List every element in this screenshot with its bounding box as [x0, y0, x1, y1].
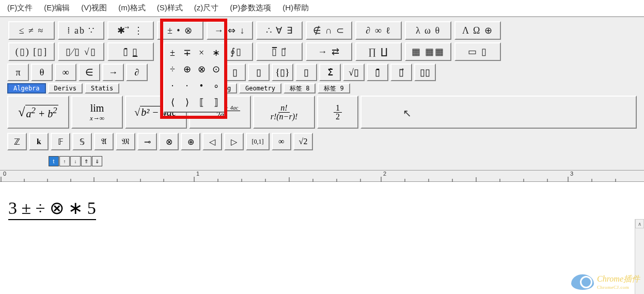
pop-odot[interactable]: ⊙ — [212, 64, 220, 74]
sym-partial[interactable]: ∂ — [126, 64, 148, 81]
palette-logic[interactable]: ∴ ∀ ∃ — [256, 21, 303, 40]
ruler[interactable]: 0 1 2 3 — [0, 171, 644, 182]
tab-derivs[interactable]: Derivs — [48, 83, 83, 94]
bsym-interval[interactable]: [0,1] — [246, 133, 270, 150]
menu-edit[interactable]: (E)编辑 — [44, 3, 70, 13]
sym-in[interactable]: ∈ — [78, 64, 100, 81]
formula-permutation[interactable]: n!r!(n−r)! — [253, 96, 315, 129]
pop-otimes[interactable]: ⊗ — [197, 64, 206, 74]
sym2-6[interactable]: ▯̄ — [367, 64, 388, 81]
sym-theta[interactable]: θ — [31, 64, 53, 81]
formula-pythagoras[interactable]: √a2 + b2 — [7, 96, 69, 129]
menu-style[interactable]: (S)样式 — [157, 3, 183, 13]
cursor-icon: ↖ — [403, 107, 412, 119]
sym-pi[interactable]: π — [7, 64, 29, 81]
menu-help[interactable]: (H)帮助 — [282, 3, 309, 13]
pop-circ[interactable]: ∘ — [212, 81, 220, 91]
template-fences[interactable]: (▯) [▯] — [8, 42, 55, 61]
bsym-a[interactable]: 𝔄 — [94, 133, 114, 150]
menu-prefs[interactable]: (P)参数选项 — [230, 3, 271, 13]
mini-2[interactable]: ↓ — [70, 156, 81, 166]
formula-half[interactable]: 12 — [317, 96, 358, 129]
menu-size[interactable]: (z)尺寸 — [194, 3, 219, 13]
sym2-2[interactable]: {▯} — [272, 64, 293, 81]
pop-ast[interactable]: ∗ — [212, 48, 220, 58]
pop-oplus[interactable]: ⊕ — [183, 64, 191, 74]
pop-bullet1[interactable]: ∙ — [183, 81, 191, 91]
sym2-0[interactable]: ▯ — [224, 64, 246, 81]
mini-4[interactable]: ⇓ — [92, 156, 102, 166]
template-fractions[interactable]: ▯⁄▯ √▯ — [58, 42, 104, 61]
template-matrices[interactable]: ▦ ▦▦ — [405, 42, 451, 61]
mini-1[interactable]: ↑ — [59, 156, 70, 166]
mini-t[interactable]: t — [49, 156, 59, 166]
bsym-tri-l[interactable]: ◁ — [202, 133, 222, 150]
bsym-sqrt2[interactable]: √2 — [293, 133, 313, 150]
bsym-otimes[interactable]: ⊗ — [159, 133, 179, 150]
formula-empty-slot[interactable]: ↖ — [360, 96, 637, 129]
sym2-8[interactable]: ▯▯ — [414, 64, 436, 81]
palette-greek-upper[interactable]: Λ Ω ⊕ — [454, 21, 501, 40]
bsym-s[interactable]: 𝕊 — [72, 133, 92, 150]
palette-vectors[interactable]: ✱ ⃗ ⋮ — [107, 21, 154, 40]
symbol-row: π θ ∞ ∈ → ∂ ▯ ▯ {▯} ▯ Σ̂ √▯ ▯̄ ▯⃗ ▯▯ — [4, 64, 640, 81]
bsym-z[interactable]: ℤ — [7, 133, 27, 150]
sym-infty[interactable]: ∞ — [55, 64, 76, 81]
tab-statis[interactable]: Statis — [85, 83, 119, 94]
sym2-5[interactable]: √▯ — [343, 64, 365, 81]
watermark-url: ChromeCJ.com — [597, 285, 640, 290]
pop-pm[interactable]: ± — [168, 48, 177, 58]
menu-format[interactable]: (m)格式 — [118, 3, 146, 13]
tab-geometry[interactable]: Geometry — [239, 83, 281, 94]
template-boxes[interactable]: ▭ ▯ — [454, 42, 501, 61]
palette-operators[interactable]: ± • ⊗ — [157, 21, 203, 40]
palette-spacing[interactable]: ⁞ ab ∵ — [58, 21, 104, 40]
sym2-4[interactable]: Σ̂ — [319, 64, 341, 81]
bottom-symbol-row: ℤ 𝐤 𝔽 𝕊 𝔄 𝔐 ⊸ ⊗ ⊕ ◁ ▷ [0,1] ∞ √2 — [4, 131, 640, 152]
editor-area[interactable]: 3 ± ÷ ⊗ ∗ 5 — [0, 182, 644, 265]
formula-limit[interactable]: limx→∞ — [71, 96, 123, 129]
bsym-k[interactable]: 𝐤 — [29, 133, 49, 150]
bsym-tri-r[interactable]: ▷ — [224, 133, 244, 150]
template-underover[interactable]: ▯̅ ▯⃗ — [256, 42, 303, 61]
palette-set[interactable]: ∉ ∩ ⊂ — [306, 21, 352, 40]
pop-llbracket[interactable]: ⟦ — [197, 97, 206, 107]
template-arrows2[interactable]: → ⇄ — [306, 42, 352, 61]
bsym-infty[interactable]: ∞ — [272, 133, 291, 150]
pop-mp[interactable]: ∓ — [183, 48, 191, 58]
menu-bar: (F)文件 (E)编辑 (V)视图 (m)格式 (S)样式 (z)尺寸 (P)参… — [0, 0, 644, 17]
sym-to[interactable]: → — [102, 64, 124, 81]
palette-relational[interactable]: ≤ ≠ ≈ — [8, 21, 55, 40]
tab-algebra[interactable]: Algebra — [7, 83, 46, 94]
snail-icon — [571, 274, 594, 290]
menu-file[interactable]: (F)文件 — [7, 3, 33, 13]
scroll-up-icon[interactable]: ∧ — [635, 219, 644, 228]
bsym-m[interactable]: 𝔐 — [116, 133, 135, 150]
pop-bullet2[interactable]: • — [197, 81, 206, 91]
pop-rrbracket[interactable]: ⟧ — [212, 97, 220, 107]
pop-cdot[interactable]: · — [168, 81, 177, 91]
bsym-f[interactable]: 𝔽 — [51, 133, 70, 150]
watermark-title: Chrome插件 — [597, 274, 640, 283]
template-bars[interactable]: ▯̄ ▯̲ — [107, 42, 154, 61]
pop-langle[interactable]: ⟨ — [168, 97, 177, 107]
palette-arrows[interactable]: → ⇔ ↓ — [207, 21, 253, 40]
tab-9[interactable]: 标签 9 — [318, 83, 350, 94]
sym2-7[interactable]: ▯⃗ — [390, 64, 412, 81]
sym2-1[interactable]: ▯ — [248, 64, 270, 81]
palette-greek-lower[interactable]: λ ω θ — [405, 21, 451, 40]
mini-3[interactable]: ⇑ — [81, 156, 91, 166]
sym2-3[interactable]: ▯ — [295, 64, 317, 81]
toolbar-area: ≤ ≠ ≈ ⁞ ab ∵ ✱ ⃗ ⋮ ± • ⊗ → ⇔ ↓ ∴ ∀ ∃ ∉ ∩… — [0, 17, 644, 171]
pop-times[interactable]: × — [197, 48, 206, 58]
pop-rangle[interactable]: ⟩ — [183, 97, 191, 107]
pop-div[interactable]: ÷ — [168, 64, 177, 74]
tab-8[interactable]: 标签 8 — [284, 83, 316, 94]
palette-misc[interactable]: ∂ ∞ ℓ — [355, 21, 402, 40]
menu-view[interactable]: (V)视图 — [81, 3, 107, 13]
template-products[interactable]: ∏ ∐ — [355, 42, 402, 61]
mini-toolbar: t ↑ ↓ ⇑ ⇓ — [2, 154, 642, 168]
bsym-multimap[interactable]: ⊸ — [137, 133, 157, 150]
bsym-oplus[interactable]: ⊕ — [181, 133, 200, 150]
palette-row-2: (▯) [▯] ▯⁄▯ √▯ ▯̄ ▯̲ ∫▯ ∮▯ ▯̅ ▯⃗ → ⇄ ∏ ∐… — [4, 42, 640, 61]
